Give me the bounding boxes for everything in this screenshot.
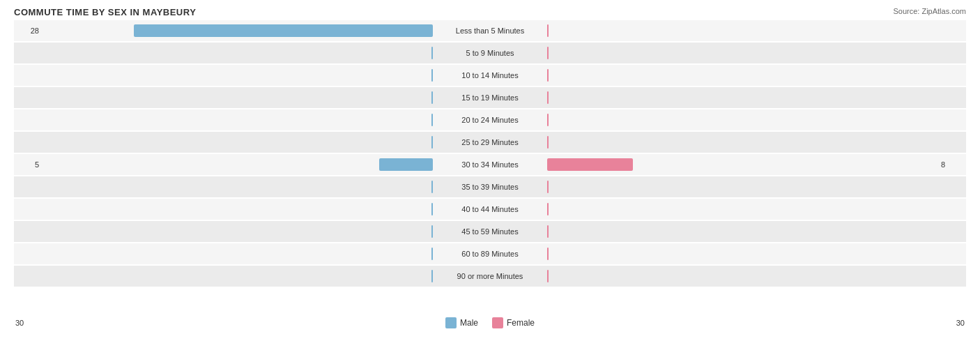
row-label: 25 to 29 Minutes — [434, 138, 546, 146]
chart-row: 5 to 9 Minutes — [14, 43, 966, 63]
male-bar — [431, 181, 433, 193]
male-value: 28 — [14, 26, 42, 35]
male-bar-container — [42, 23, 434, 38]
male-bar — [431, 203, 433, 215]
female-bar-container — [546, 157, 938, 172]
female-bar — [547, 203, 549, 215]
female-bar-container — [546, 112, 938, 128]
legend-item-male: Male — [445, 317, 478, 328]
axis-left-label: 30 — [15, 319, 43, 327]
legend-box-male — [445, 317, 457, 328]
male-bar-container — [42, 157, 434, 172]
bars-wrapper: 30 to 34 Minutes — [42, 154, 938, 175]
female-bar-container — [546, 224, 938, 239]
bars-wrapper: 60 to 89 Minutes — [42, 243, 938, 264]
male-bar-container — [42, 45, 434, 61]
row-label: 90 or more Minutes — [434, 272, 546, 280]
bars-wrapper: 15 to 19 Minutes — [42, 87, 938, 108]
female-bar — [547, 24, 549, 37]
male-bar — [431, 136, 433, 149]
male-bar — [379, 158, 433, 171]
chart-row: 35 to 39 Minutes — [14, 176, 966, 197]
row-label: 30 to 34 Minutes — [434, 160, 546, 169]
row-label: 45 to 59 Minutes — [434, 227, 546, 236]
female-value: 8 — [938, 160, 966, 169]
male-bar — [431, 270, 433, 282]
male-bar-container — [42, 246, 434, 261]
chart-container: COMMUTE TIME BY SEX IN MAYBEURY Source: … — [0, 0, 980, 364]
female-bar — [547, 248, 549, 260]
legend-female-label: Female — [507, 318, 535, 328]
row-label: 15 to 19 Minutes — [434, 93, 546, 102]
male-bar-container — [42, 68, 434, 83]
male-bar — [134, 24, 433, 37]
female-bar-container — [546, 246, 938, 261]
male-bar-container — [42, 135, 434, 150]
bars-wrapper: 20 to 24 Minutes — [42, 109, 938, 130]
female-bar — [547, 69, 549, 82]
chart-row: 20 to 24 Minutes — [14, 109, 966, 130]
chart-row: 15 to 19 Minutes — [14, 87, 966, 108]
female-bar-container — [546, 135, 938, 150]
male-bar — [431, 47, 433, 59]
male-value: 5 — [14, 160, 42, 169]
chart-row: 45 to 59 Minutes — [14, 221, 966, 242]
male-bar-container — [42, 202, 434, 217]
row-label: 35 to 39 Minutes — [434, 183, 546, 191]
female-bar-container — [546, 45, 938, 61]
legend-area: 30 Male Female 30 — [14, 317, 966, 328]
bars-wrapper: 35 to 39 Minutes — [42, 176, 938, 197]
male-bar — [431, 114, 433, 126]
male-bar — [431, 69, 433, 82]
legend-item-female: Female — [492, 317, 535, 328]
chart-area: 28 Less than 5 Minutes 5 to 9 Minutes — [14, 20, 966, 313]
female-bar-container — [546, 90, 938, 105]
bars-wrapper: 90 or more Minutes — [42, 266, 938, 287]
female-bar-container — [546, 179, 938, 195]
chart-row: 40 to 44 Minutes — [14, 199, 966, 220]
bars-wrapper: Less than 5 Minutes — [42, 20, 938, 41]
row-label: 10 to 14 Minutes — [434, 71, 546, 79]
bars-wrapper: 10 to 14 Minutes — [42, 65, 938, 86]
male-bar-container — [42, 112, 434, 128]
legend-box-female — [492, 317, 503, 328]
row-label: 5 to 9 Minutes — [434, 49, 546, 57]
female-bar — [547, 47, 549, 59]
axis-right-label: 30 — [937, 319, 965, 327]
bars-wrapper: 40 to 44 Minutes — [42, 199, 938, 220]
chart-source: Source: ZipAtlas.com — [893, 7, 966, 15]
chart-title: COMMUTE TIME BY SEX IN MAYBEURY — [14, 7, 966, 17]
male-bar-container — [42, 268, 434, 284]
male-bar — [431, 225, 433, 238]
chart-row: 25 to 29 Minutes — [14, 132, 966, 153]
bars-wrapper: 5 to 9 Minutes — [42, 43, 938, 63]
male-bar — [431, 91, 433, 104]
male-bar-container — [42, 90, 434, 105]
male-bar — [431, 248, 433, 260]
bars-wrapper: 45 to 59 Minutes — [42, 221, 938, 242]
row-label: 20 to 24 Minutes — [434, 116, 546, 124]
female-bar-container — [546, 202, 938, 217]
chart-row: 90 or more Minutes — [14, 266, 966, 287]
female-bar-container — [546, 268, 938, 284]
female-bar — [547, 136, 549, 149]
male-bar-container — [42, 179, 434, 195]
male-bar-container — [42, 224, 434, 239]
female-bar — [547, 158, 633, 171]
row-label: 40 to 44 Minutes — [434, 205, 546, 213]
female-bar — [547, 91, 549, 104]
chart-row: 60 to 89 Minutes — [14, 243, 966, 264]
bars-wrapper: 25 to 29 Minutes — [42, 132, 938, 153]
female-bar-container — [546, 68, 938, 83]
female-bar-container — [546, 23, 938, 38]
female-bar — [547, 181, 549, 193]
female-bar — [547, 225, 549, 238]
row-label: 60 to 89 Minutes — [434, 250, 546, 258]
female-bar — [547, 270, 549, 282]
legend-male-label: Male — [460, 318, 478, 328]
chart-row: 5 30 to 34 Minutes 8 — [14, 154, 966, 175]
legend: Male Female — [445, 317, 535, 328]
row-label: Less than 5 Minutes — [434, 26, 546, 35]
female-bar — [547, 114, 549, 126]
chart-row: 28 Less than 5 Minutes — [14, 20, 966, 41]
